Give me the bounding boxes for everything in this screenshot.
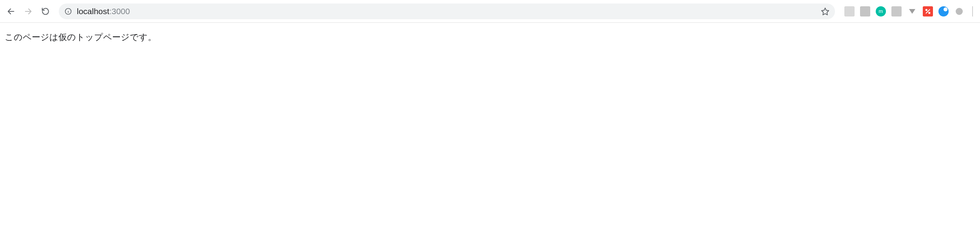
extension-blue-icon[interactable] — [938, 6, 949, 16]
extension-red-icon[interactable] — [923, 6, 933, 16]
reload-button[interactable] — [38, 4, 53, 18]
page-content: このページは仮のトップページです。 — [0, 23, 980, 52]
extension-teal-label: m — [879, 8, 883, 14]
extension-icon-2[interactable] — [860, 6, 870, 16]
arrow-right-icon — [24, 7, 33, 16]
svg-marker-6 — [909, 9, 915, 14]
extension-v-icon[interactable] — [907, 6, 917, 16]
svg-point-8 — [926, 9, 927, 10]
back-button[interactable] — [4, 4, 18, 18]
extension-teal-icon[interactable]: m — [876, 6, 886, 16]
arrow-left-icon — [7, 7, 15, 16]
dot-icon — [956, 8, 963, 15]
extension-icon-4[interactable] — [891, 6, 902, 16]
url-port: :3000 — [109, 7, 130, 16]
star-icon — [821, 7, 829, 16]
svg-marker-5 — [822, 8, 829, 15]
extension-gray-dot-icon[interactable] — [954, 6, 964, 16]
extension-icon-1[interactable] — [844, 6, 855, 16]
url-display: localhost:3000 — [77, 7, 813, 16]
bookmark-button[interactable] — [821, 7, 829, 16]
forward-button[interactable] — [21, 4, 35, 18]
reload-icon — [41, 7, 50, 16]
svg-point-9 — [929, 12, 930, 13]
page-body-text: このページは仮のトップページです。 — [5, 31, 975, 43]
browser-toolbar: localhost:3000 m — [0, 0, 980, 23]
site-info-icon[interactable] — [64, 7, 72, 15]
toolbar-divider — [972, 6, 973, 16]
url-host: localhost — [77, 7, 109, 16]
chevron-down-icon — [907, 7, 917, 16]
extensions-area: m — [841, 6, 976, 16]
percent-icon — [924, 8, 931, 15]
address-bar[interactable]: localhost:3000 — [59, 4, 835, 19]
